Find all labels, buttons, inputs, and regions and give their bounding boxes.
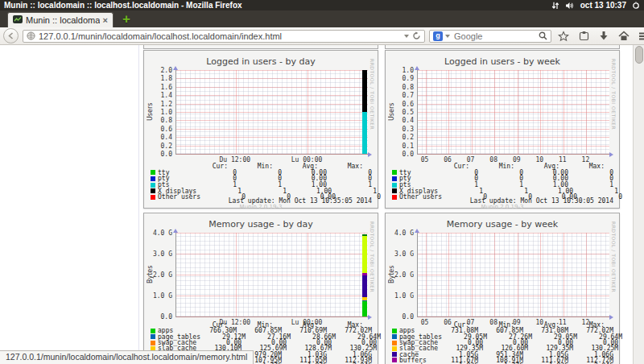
legend-color-swatch [151,195,155,200]
urlbar-dropdown-icon[interactable] [404,35,409,38]
data-bar [362,275,367,298]
chart-title: Memory usage - by week [386,219,619,230]
data-bar [362,234,367,236]
munin-favicon [13,14,23,26]
menu-button[interactable] [636,29,644,43]
major-gridline-v [236,233,237,316]
star-icon [558,31,569,42]
major-gridline-v [494,70,495,154]
major-gridline-v [308,70,308,154]
major-gridline-v [494,233,495,316]
search-input[interactable] [452,31,536,42]
desktop-top-panel: Munin :: localdomain :: localhost.locald… [0,0,644,10]
major-gridline-h [418,104,609,105]
y-tick-label: 0.6 [144,126,172,133]
chart-title: Logged in users - by day [144,56,378,67]
major-gridline-h [176,87,368,88]
major-gridline-h [176,275,368,275]
hamburger-menu-icon [638,31,644,41]
bookmarks-panel-icon [579,31,589,41]
legend-color-swatch [392,176,397,181]
session-gear-icon[interactable] [632,2,640,10]
legend-color-swatch [392,183,397,188]
site-globe-icon[interactable] [27,29,35,43]
major-gridline-h [176,112,368,113]
y-tick-label: 1.0 G [386,292,414,300]
graph-link-users-day[interactable] [175,70,368,155]
rrdtool-credit: RRDTOOL / TOBI OETIKER [369,59,375,130]
major-gridline-h [418,275,609,275]
new-tab-button[interactable]: + [122,11,130,27]
y-tick-label: 4.0 G [144,230,172,237]
search-engine-dropdown-icon[interactable] [445,35,450,38]
url-bar[interactable]: 127.0.0.1/munin/localdomain/localhost.lo… [23,30,425,43]
major-gridline-h [176,316,368,317]
tab-bar: Munin :: localdomai... × + [0,10,644,27]
graph-link-users-week[interactable] [417,70,609,155]
reload-icon[interactable] [412,29,421,43]
data-bar [362,112,367,154]
legend-series-label: Other users [151,193,200,201]
axis-arrow-right-icon [609,315,613,320]
tab-munin[interactable]: Munin :: localdomai... × [7,12,114,27]
clock[interactable]: oct 13 10:37 [580,1,626,10]
network-icon[interactable] [551,2,559,10]
axis-arrow-right-icon [609,152,613,157]
volume-icon[interactable] [565,2,575,10]
major-gridline-h [418,316,609,317]
legend-color-swatch [392,195,397,200]
back-button[interactable] [3,28,19,43]
downloads-button[interactable] [596,29,612,43]
y-tick-label: 0.0 [144,151,172,158]
rrdtool-credit: RRDTOOL / TOBI OETIKER [611,59,617,130]
y-tick-label: 0.2 [386,134,414,141]
home-button[interactable] [616,29,632,43]
major-gridline-v [308,233,308,316]
home-icon [618,31,630,41]
y-tick-label: 0.5 [386,109,414,116]
major-gridline-v [540,70,541,154]
magnifier-icon[interactable] [539,29,547,43]
x-tick-label: 05 [421,156,429,163]
data-bar [362,301,367,317]
y-tick-label: 1.2 [144,101,172,108]
bookmarks-panel-button[interactable] [576,29,592,43]
google-search-icon[interactable]: g [433,31,443,41]
data-bar [362,236,367,273]
graph-link-memory-week[interactable] [417,233,609,317]
major-gridline-h [418,95,609,96]
y-tick-label: 3.0 G [386,250,414,258]
chart-box-users-day: Logged in users - by dayUsers2.01.81.61.… [143,50,378,209]
major-gridline-h [418,112,609,113]
major-gridline-h [176,129,368,130]
legend-color-swatch [151,183,155,188]
search-box[interactable]: g [429,30,551,43]
y-tick-label: 0.6 [386,101,414,108]
scrollbar-thumb[interactable] [635,46,643,64]
major-gridline-h [176,254,368,254]
navigation-toolbar: 127.0.0.1/munin/localdomain/localhost.lo… [0,27,644,45]
chart-title: Memory usage - by day [144,219,378,230]
y-tick-label: 1.6 [144,84,172,91]
major-gridline-v [564,70,564,154]
major-gridline-h [418,137,609,138]
tab-close-icon[interactable]: × [103,15,108,25]
munin-version-text: Munin 2.0.19-3 [144,204,378,210]
legend-color-swatch [151,170,155,175]
page-content: Logged in users - by dayUsers2.01.81.61.… [0,45,633,364]
graph-link-memory-day[interactable] [175,233,368,317]
legend: Cur:Min:Avg:Max:apps731.08M607.85M731.08… [392,322,613,364]
major-gridline-v [236,70,237,154]
y-tick-label: 0.0 [144,313,172,321]
major-gridline-h [418,78,609,79]
vertical-scrollbar[interactable] [633,45,644,364]
y-tick-label: 2.0 G [144,271,172,279]
major-gridline-v [448,70,449,154]
url-text[interactable]: 127.0.0.1/munin/localdomain/localhost.lo… [39,31,401,41]
back-arrow-icon [7,32,14,39]
y-tick-label: 1.0 G [144,292,172,300]
major-gridline-h [418,87,609,88]
major-gridline-h [176,104,368,105]
bookmark-star-button[interactable] [555,29,572,43]
tab-title: Munin :: localdomai... [26,15,100,25]
